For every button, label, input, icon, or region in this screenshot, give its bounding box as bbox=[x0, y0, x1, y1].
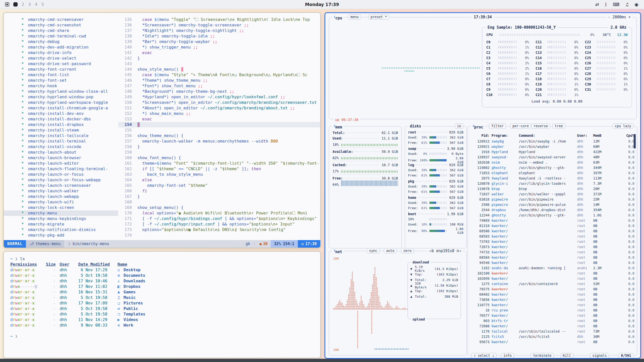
network-interface[interactable]: ←b enp191s0 n→ bbox=[428, 248, 463, 253]
terminal-window[interactable]: ~ ❯ ls PermissionsSizeUserDate ModifiedN… bbox=[3, 251, 321, 358]
process-row[interactable]: 68584kworker/root0B0.0 bbox=[471, 255, 634, 260]
file-item[interactable]: *omarchy-hyprland-workspace-toggle bbox=[4, 100, 118, 105]
process-panel-title[interactable]: 4proc bbox=[471, 124, 485, 130]
file-item[interactable]: *omarchy-install-steam bbox=[4, 127, 118, 133]
process-row[interactable]: 1275containe/usr/bin/containerdroot52M0.… bbox=[471, 281, 634, 286]
file-item[interactable]: *omarchy-hyprland-window-close-all bbox=[4, 89, 118, 94]
file-item[interactable]: *omarchy-notification-dismiss bbox=[4, 227, 118, 233]
process-row[interactable]: 102638nvimnvim --embed .dhh63M0.0 bbox=[471, 160, 634, 165]
proc-control-per-core[interactable]: per-core bbox=[510, 123, 531, 129]
process-row[interactable]: 1162avahi-daavahi-daemon: running [avahi… bbox=[471, 265, 634, 270]
file-item[interactable]: *omarchy-font-set bbox=[4, 78, 118, 83]
process-row[interactable]: 76575kworker/root0B0.0 bbox=[471, 286, 634, 292]
file-item[interactable]: *omarchy-menu-keybindings bbox=[4, 216, 118, 221]
file-item[interactable]: *omarchy-cmd-share bbox=[4, 28, 118, 33]
file-item[interactable]: *omarchy-install-vscode bbox=[4, 144, 118, 150]
file-item[interactable]: *omarchy-cmd-screenshot bbox=[4, 22, 118, 28]
process-row[interactable]: 71853elephantelephantdhh397M0.0 bbox=[471, 170, 634, 175]
preset-button[interactable]: preset * bbox=[368, 14, 389, 20]
process-row[interactable]: 120912swaybg/usr/bin/swaybg -i /homdhh12… bbox=[471, 139, 634, 144]
process-column-header[interactable]: Command: bbox=[519, 133, 575, 138]
process-row[interactable]: 76577kworker/root0B0.0 bbox=[471, 313, 634, 318]
process-row[interactable]: 68586kworker/root0B0.0 bbox=[471, 228, 634, 234]
workspace-4[interactable]: 3 bbox=[28, 2, 31, 7]
disks-panel-title[interactable]: disks bbox=[408, 124, 423, 129]
process-row[interactable]: 68583kworker/root0B0.0 bbox=[471, 234, 634, 239]
file-item[interactable]: *omarchy-install-dev-env bbox=[4, 111, 118, 116]
network-panel-title[interactable]: 3net bbox=[332, 248, 344, 254]
keyboard-icon[interactable]: ⌨ bbox=[613, 2, 619, 7]
file-item[interactable]: *omarchy-launch-walker bbox=[4, 188, 118, 194]
file-item[interactable]: *omarchy-install-chromium-google-a bbox=[4, 105, 118, 111]
net-control-sync[interactable]: sync bbox=[367, 248, 380, 253]
process-row[interactable]: 94540kworker/root0B0.0 bbox=[471, 260, 634, 265]
process-row[interactable]: 73656kworker/root0B0.0 bbox=[471, 297, 634, 302]
file-item[interactable]: *omarchy-drive-set-password bbox=[4, 61, 118, 67]
workspace-5[interactable]: 4 bbox=[35, 2, 37, 7]
file-item[interactable]: *omarchy-install-terminal bbox=[4, 139, 118, 144]
process-row[interactable]: 120921waybar/usr/bin/waybardhh68M0.0 bbox=[471, 144, 634, 149]
file-item[interactable]: *omarchy-launch-editor bbox=[4, 161, 118, 166]
file-item[interactable]: *omarchy-dev-add-migration bbox=[4, 44, 118, 50]
proc-control-tree[interactable]: tree bbox=[552, 123, 565, 129]
io-mode-button[interactable]: io bbox=[455, 123, 463, 129]
file-item[interactable]: *omarchy-hook bbox=[4, 83, 118, 89]
process-row[interactable]: 803btrfs-trroot0B0.0 bbox=[471, 318, 634, 323]
proc-control-filter[interactable]: filter bbox=[489, 123, 506, 129]
process-row[interactable]: 119078btopbtopdhh26M0.0 bbox=[471, 186, 634, 191]
memory-panel-title[interactable]: 2mem bbox=[332, 124, 344, 130]
file-item[interactable]: *omarchy-font-list bbox=[4, 72, 118, 78]
process-row[interactable]: 120937swayosd-/usr/bin/swayosd-serverdhh… bbox=[471, 154, 634, 160]
proc-footer-kill[interactable]: Kill bbox=[560, 353, 573, 358]
cpu-panel-title[interactable]: 1cpu bbox=[332, 15, 344, 21]
file-item[interactable]: *omarchy-launch-about bbox=[4, 150, 118, 155]
workspace-3[interactable]: 2 bbox=[22, 2, 24, 7]
proc-footer-info[interactable]: info bbox=[501, 353, 514, 358]
proc-footer-signals[interactable]: signals bbox=[590, 353, 609, 358]
net-control-zero[interactable]: zero bbox=[401, 248, 414, 253]
file-item[interactable]: *omarchy-install-tailscale bbox=[4, 133, 118, 139]
process-scrollbar[interactable] bbox=[634, 134, 636, 149]
process-column-header[interactable]: Program: bbox=[492, 133, 517, 138]
interval-plus-button[interactable]: + bbox=[628, 15, 631, 19]
interval-minus-button[interactable]: - bbox=[608, 15, 610, 19]
code-editor[interactable]: 135 case $(menu "Toggle" "⛶ Screensaver\… bbox=[118, 17, 320, 240]
file-item[interactable]: *omarchy-cmd-screensaver bbox=[4, 17, 118, 22]
process-row[interactable]: 102100kworker/root0B0.0 bbox=[471, 270, 634, 276]
file-item[interactable]: *omarchy-launch-or-focus bbox=[4, 172, 118, 177]
volume-icon[interactable]: ♫ bbox=[625, 2, 629, 7]
proc-footer-select[interactable]: ↑ select ↓ bbox=[471, 353, 496, 358]
process-row[interactable]: 2075XwaylandXwayland :1 -rootless -dhh11… bbox=[471, 175, 634, 181]
process-row[interactable]: 110775kworker/root0B0.0 bbox=[471, 302, 634, 307]
process-row[interactable]: 12244ghostty/usr/bin/ghostty --gtk-dhh1.… bbox=[471, 212, 634, 218]
proc-control-reverse[interactable]: reverse bbox=[531, 123, 550, 129]
process-row[interactable]: 1916HyprlandHyprlanddhh422M0.0 bbox=[471, 149, 634, 154]
process-row[interactable]: 71837walker/usr/bin/walker --gappldhh371… bbox=[471, 191, 634, 197]
file-item[interactable]: *omarchy-migrate bbox=[4, 221, 118, 227]
file-item[interactable]: *omarchy-cmd-terminal-cwd bbox=[4, 33, 118, 39]
process-row[interactable]: 74733kworker/root0B0.0 bbox=[471, 249, 634, 255]
file-item[interactable]: *omarchy-launch-floating-terminal- bbox=[4, 166, 118, 172]
file-item[interactable]: *omarchy-launch-screensaver bbox=[4, 183, 118, 188]
file-item[interactable]: *omarchy-launch-webapp bbox=[4, 194, 118, 199]
sort-mode-button[interactable]: cpu lazy bbox=[613, 123, 633, 129]
process-row[interactable]: 120878glycin-i/usr/lib/glycin-loadersdhh… bbox=[471, 181, 634, 186]
bluetooth-icon[interactable]: ᛒ bbox=[605, 2, 607, 7]
process-row[interactable]: 74869kworker/root0B0.0 bbox=[471, 218, 634, 223]
process-column-header[interactable]: Pid: bbox=[471, 133, 490, 138]
menu-button[interactable]: menu bbox=[348, 14, 361, 20]
process-row[interactable]: 119802ghostty/usr/bin/ghostty --gtk-dhh3… bbox=[471, 165, 634, 170]
process-row[interactable]: 81310kworker/root0B0.0 bbox=[471, 223, 634, 228]
process-row[interactable]: 2544dropbox/home/dhh/.dropbox-distdhh354… bbox=[471, 207, 634, 212]
file-item[interactable]: *omarchy-install-dropbox bbox=[4, 122, 118, 127]
proc-footer-terminate[interactable]: terminate bbox=[531, 353, 554, 358]
process-row[interactable]: 95673kworker/root0B0.0 bbox=[471, 339, 634, 344]
file-item[interactable]: *omarchy-install-docker-dbs bbox=[4, 116, 118, 122]
file-item[interactable]: *omarchy-hyprland-window-pop bbox=[4, 94, 118, 100]
process-row[interactable]: 102099kworker/root0B0.0 bbox=[471, 276, 634, 281]
process-row[interactable]: 2125fcitx5/usr/bin/fcitx5dhh30M0.0 bbox=[471, 334, 634, 339]
process-column-header[interactable]: User: bbox=[577, 133, 591, 138]
file-item[interactable]: *omarchy-lock-screen bbox=[4, 205, 118, 210]
file-item[interactable]: *omarchy-drive-select bbox=[4, 56, 118, 61]
screencast-icon[interactable]: ⇄ bbox=[595, 2, 599, 7]
